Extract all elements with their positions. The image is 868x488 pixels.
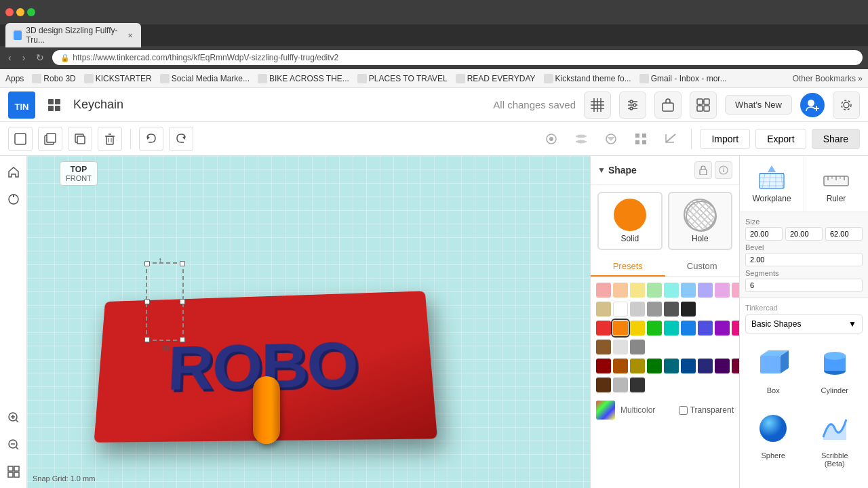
tab-close-icon[interactable]: ✕ [127,32,133,39]
swatch-light-purple[interactable] [698,283,713,298]
multicolor-swatch[interactable] [596,401,615,420]
swatch-dark-magenta[interactable] [732,359,739,373]
close-button[interactable] [5,8,14,16]
swatch-yellow[interactable] [630,321,645,336]
grid-align-button[interactable] [629,127,653,151]
adjust-button[interactable] [619,92,646,119]
bookmark-gmail[interactable]: Gmail - Inbox - mor... [639,74,727,83]
segments-input[interactable]: 6 [745,279,863,292]
window-controls[interactable] [5,8,35,16]
swatch-dark-brown[interactable] [596,378,611,392]
export-button[interactable]: Export [755,129,806,149]
swatch-dark-green[interactable] [647,359,662,373]
bookmark-robo3d[interactable]: Robo 3D [32,74,75,83]
browser-tab[interactable]: 3D design Sizzling Fulffy-Tru... ✕ [5,23,141,47]
import-button[interactable]: Import [700,129,750,149]
tinkercad-logo[interactable]: TIN [8,92,35,119]
zoom-in-button[interactable] [3,407,24,428]
swatch-light-red[interactable] [596,283,611,298]
url-input[interactable]: 🔒 https://www.tinkercad.com/things/kfEqR… [52,50,863,65]
reload-button[interactable]: ↻ [33,51,47,64]
bag-button[interactable] [654,92,682,119]
delete-button[interactable] [98,127,122,151]
shape-dropdown-arrow[interactable]: ▼ [597,165,606,175]
swatch-light-yellow[interactable] [630,283,645,298]
share-button[interactable]: Share [812,129,860,149]
swatch-light-orange[interactable] [613,283,628,298]
size-z-input[interactable]: 62.00 [825,227,863,241]
shape-item-scribble[interactable]: Scribble (Beta) [807,404,863,472]
swatch-white[interactable] [613,302,628,317]
group-button[interactable] [690,92,717,119]
swatch-indigo[interactable] [698,321,713,336]
size-x-input[interactable]: 20.00 [745,227,783,241]
align-button[interactable] [569,127,593,151]
bookmark-places[interactable]: PLACES TO TRAVEL [357,74,448,83]
swatch-dgray[interactable] [664,302,679,317]
swatch-red[interactable] [596,321,611,336]
swatch-silver[interactable] [613,340,628,354]
copy-button[interactable] [68,127,92,151]
swatch-light-pink[interactable] [715,283,730,298]
swatch-dark-violet[interactable] [715,359,730,373]
size-y-input[interactable]: 20.00 [785,227,823,241]
shape-info-button[interactable] [715,161,732,179]
swatch-green[interactable] [647,321,662,336]
bookmark-social[interactable]: Social Media Marke... [160,74,250,83]
bevel-input[interactable]: 2.00 [745,253,863,266]
swatch-violet[interactable] [715,321,730,336]
mirror-button[interactable] [599,127,623,151]
bookmark-kickstand[interactable]: Kickstand theme fo... [544,74,631,83]
swatch-light-silver[interactable] [613,378,628,392]
other-bookmarks[interactable]: Other Bookmarks » [793,74,863,83]
swatch-dark-teal[interactable] [664,359,679,373]
custom-tab[interactable]: Custom [665,257,740,277]
transparent-checkbox[interactable]: Transparent [679,405,734,415]
new-shape-button[interactable] [8,127,33,151]
minimize-button[interactable] [16,8,24,16]
snap-button[interactable] [539,127,564,151]
shape-lock-button[interactable] [694,161,712,179]
swatch-tan[interactable] [596,302,611,317]
swatch-dark-orange[interactable] [613,359,628,373]
forward-button[interactable]: › [20,51,28,64]
swatch-light-blue[interactable] [681,283,696,298]
orange-cylinder-object[interactable] [253,376,280,444]
swatch-light-green[interactable] [647,283,662,298]
swatch-dark-indigo[interactable] [698,359,713,373]
transparent-input[interactable] [679,406,688,415]
user-icon[interactable] [800,93,825,117]
bookmark-apps[interactable]: Apps [5,74,24,83]
shape-item-sphere[interactable]: Sphere [745,404,802,472]
swatch-teal[interactable] [664,321,679,336]
swatch-gray[interactable] [630,340,645,354]
shape-item-box[interactable]: Box [745,339,802,399]
swatch-blue[interactable] [681,321,696,336]
library-dropdown[interactable]: Basic Shapes ▼ [745,314,863,333]
swatch-light-rose[interactable] [732,283,739,298]
swatch-brown[interactable] [596,340,611,354]
swatch-mgray[interactable] [647,302,662,317]
swatch-charcoal[interactable] [630,378,645,392]
swatch-dark-yellow[interactable] [630,359,645,373]
swatch-dark-red[interactable] [596,359,611,373]
ruler-button[interactable]: Ruler [804,156,868,211]
swatch-black[interactable] [681,302,696,317]
bookmark-bike[interactable]: BIKE ACROSS THE... [258,74,349,83]
maximize-button[interactable] [27,8,35,16]
copy-as-button[interactable] [38,127,62,151]
grid-view-button[interactable] [43,94,65,116]
swatch-light-teal[interactable] [664,283,679,298]
swatch-lgray[interactable] [630,302,645,317]
settings-button[interactable] [833,92,860,119]
bookmark-kickstarter[interactable]: KICKSTARTER [84,74,152,83]
shape-item-cylinder[interactable]: Cylinder [807,339,863,399]
view-grid-button[interactable] [584,92,611,119]
swatch-orange[interactable] [613,321,628,336]
undo-button[interactable] [139,127,163,151]
home-button[interactable] [3,161,24,183]
project-name[interactable]: Keychain [73,98,123,112]
solid-button[interactable]: Solid [597,192,663,250]
bookmark-read[interactable]: READ EVERYDAY [456,74,536,83]
fit-button[interactable] [3,461,24,483]
